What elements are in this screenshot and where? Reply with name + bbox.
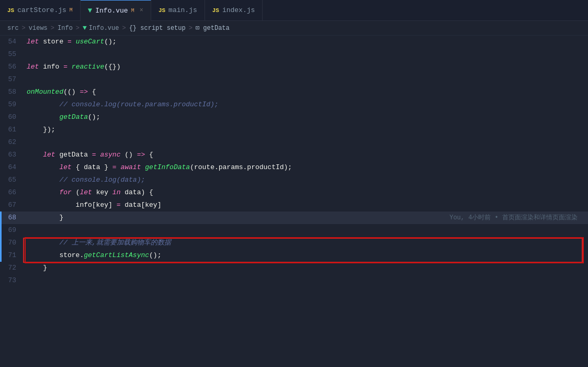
code-line-69: 69 [0,224,588,237]
code-area: 54 let store = useCart(); 55 56 let info… [0,36,588,365]
code-line-58: 58 onMounted(() => { [0,86,588,98]
editor-container: JS cartStore.js M ▼ Info.vue M × JS main… [0,0,588,365]
line-content: let { data } = await getInfoData(route.p… [25,161,588,174]
tab-mainJs[interactable]: JS main.js [151,0,205,21]
line-number: 57 [2,73,25,86]
line-number: 62 [2,136,25,149]
line-number: 58 [2,86,25,98]
line-number: 63 [2,149,25,161]
js-icon: JS [7,7,14,14]
code-line-64: 64 let { data } = await getInfoData(rout… [0,161,588,174]
line-content: store.getCartListAsync(); [25,249,588,262]
line-number: 64 [2,161,25,174]
breadcrumb-file: Info.vue [89,25,119,32]
code-line-60: 60 getData(); [0,111,588,124]
line-number: 67 [2,199,25,212]
line-number: 69 [2,224,25,237]
js-icon: JS [159,7,165,14]
code-line-66: 66 for (let key in data) { [0,186,588,199]
line-content: let info = reactive({}) [25,61,588,73]
tab-label: Info.vue [95,7,128,15]
code-line-70: 70 // 上一来,就需要加载购物车的数据 [0,237,588,249]
tab-close-icon[interactable]: × [140,7,143,14]
line-content: for (let key in data) { [25,186,588,199]
breadcrumb-sep: > [22,25,26,32]
line-content: info[key] = data[key] [25,199,588,212]
code-line-61: 61 }); [0,124,588,136]
tab-label: index.js [222,6,255,14]
breadcrumb-src: src [7,25,19,32]
line-content: getData(); [25,111,588,124]
code-line-62: 62 [0,136,588,149]
breadcrumb-sep: > [51,25,54,32]
breadcrumb-info: Info [58,25,73,32]
tab-infoVue[interactable]: ▼ Info.vue M × [81,0,151,21]
breadcrumb-sep: > [122,25,126,32]
tab-label: main.js [168,6,197,14]
line-content: // console.log(data); [25,174,588,186]
tab-cartStore[interactable]: JS cartStore.js M [0,0,81,21]
vue-breadcrumb-icon: ▼ [83,24,87,32]
line-number: 59 [2,98,25,111]
breadcrumb-sep: > [189,25,193,32]
code-line-65: 65 // console.log(data); [0,174,588,186]
breadcrumb-sep: > [76,25,80,32]
line-content: } [25,262,588,274]
tab-modified: M [131,8,134,14]
code-line-72: 72 } [0,262,588,274]
line-content [25,224,588,237]
breadcrumb-getdata: ⊡ getData [196,24,230,32]
line-number: 68 [2,212,25,224]
line-number: 73 [2,274,25,287]
line-content: }); [25,124,588,136]
line-number: 55 [2,48,25,61]
code-line-59: 59 // console.log(route.params.productId… [0,98,588,111]
line-content [25,274,588,287]
breadcrumb-views: views [29,25,48,32]
js-icon: JS [212,7,219,14]
line-content: // 上一来,就需要加载购物车的数据 [25,237,588,249]
line-content: let getData = async () => { [25,149,588,161]
tab-indexJs[interactable]: JS index.js [205,0,263,21]
breadcrumb: src > views > Info > ▼ Info.vue > {} scr… [0,21,588,36]
line-content: onMounted(() => { [25,86,588,98]
code-line-73: 73 [0,274,588,287]
line-number: 61 [2,124,25,136]
breadcrumb-script: {} script setup [129,25,186,32]
line-number: 60 [2,111,25,124]
line-content [25,48,588,61]
line-number: 56 [2,61,25,73]
code-line-57: 57 [0,73,588,86]
line-content: } [25,212,588,224]
line-number: 66 [2,186,25,199]
line-content [25,136,588,149]
line-content: // console.log(route.params.productId); [25,98,588,111]
code-line-63: 63 let getData = async () => { [0,149,588,161]
code-line-55: 55 [0,48,588,61]
code-line-68: 68 } You, 4小时前 • 首页面渲染和详情页面渲染 [0,212,588,224]
tab-modified: M [70,7,73,13]
line-number: 54 [2,36,25,48]
code-line-71: 71 store.getCartListAsync(); [0,249,588,262]
code-line-67: 67 info[key] = data[key] [0,199,588,212]
vue-icon: ▼ [88,6,92,15]
line-number: 72 [2,262,25,274]
line-content [25,73,588,86]
tab-bar: JS cartStore.js M ▼ Info.vue M × JS main… [0,0,588,21]
line-number: 65 [2,174,25,186]
code-line-56: 56 let info = reactive({}) [0,61,588,73]
line-content: let store = useCart(); [25,36,588,48]
line-number: 70 [2,237,25,249]
line-number: 71 [2,249,25,262]
code-line-54: 54 let store = useCart(); [0,36,588,48]
tab-label: cartStore.js [17,6,66,14]
